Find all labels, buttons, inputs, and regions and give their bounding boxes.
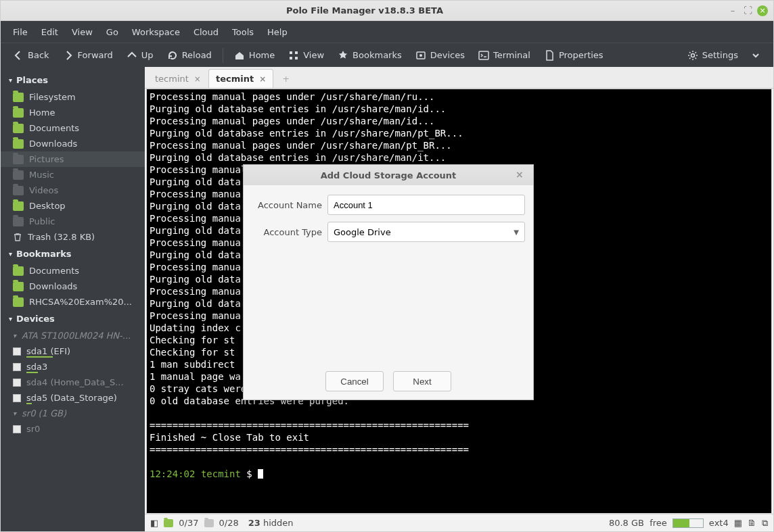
tabbar: tecmint× tecmint× + (145, 67, 773, 89)
svg-point-7 (691, 53, 694, 57)
device-partition[interactable]: sda3 (1, 359, 145, 374)
bookmarks-button[interactable]: Bookmarks (331, 43, 409, 67)
device-partition[interactable]: sda4 (Home_Data_S... (1, 374, 145, 390)
statusbar: ◧ 0/37 0/28 23 hidden 80.8 GB free ext4 … (145, 514, 773, 531)
folder-icon (13, 201, 24, 211)
tab-tecmint-1[interactable]: tecmint× (147, 69, 208, 88)
star-icon (338, 50, 348, 61)
sidebar-item-home[interactable]: Home (1, 105, 145, 120)
svg-rect-0 (290, 51, 292, 54)
svg-rect-3 (295, 57, 298, 59)
toolbar: Back Forward Up Reload Home View Bookmar… (1, 43, 773, 67)
back-button[interactable]: Back (6, 43, 56, 67)
checkbox-icon[interactable] (13, 363, 21, 371)
up-button[interactable]: Up (120, 43, 160, 67)
menu-tools[interactable]: Tools (225, 27, 260, 37)
status-fstype: ext4 (709, 518, 729, 528)
checkbox-icon[interactable] (13, 394, 21, 402)
grid-icon (288, 50, 299, 61)
sidebar-item-music[interactable]: Music (1, 167, 145, 183)
folder-icon (164, 519, 173, 527)
terminal-button[interactable]: Terminal (472, 43, 537, 67)
sidebar-item-videos[interactable]: Videos (1, 183, 145, 198)
devices-button[interactable]: Devices (409, 43, 472, 67)
document-icon[interactable]: 🗎 (748, 518, 756, 528)
account-name-input[interactable] (327, 195, 525, 215)
status-count-2: 0/28 (219, 518, 239, 528)
arrow-left-icon (13, 50, 24, 61)
next-button[interactable]: Next (393, 371, 451, 391)
sidebar-item-pictures[interactable]: Pictures (1, 151, 145, 167)
close-icon[interactable]: × (757, 5, 768, 16)
arrow-up-icon (127, 50, 137, 61)
account-name-label: Account Name (252, 200, 322, 210)
menu-workspace[interactable]: Workspace (125, 27, 187, 37)
folder-icon (13, 217, 24, 226)
reload-icon (167, 50, 178, 61)
minimize-icon[interactable]: – (727, 5, 738, 16)
places-header[interactable]: ▾Places (1, 71, 145, 89)
titlebar: Polo File Manager v18.8.3 BETA – ⛶ × (1, 1, 773, 21)
account-type-label: Account Type (252, 227, 322, 237)
folder-icon (13, 170, 24, 180)
menu-file[interactable]: File (6, 27, 35, 37)
checkbox-icon[interactable] (13, 347, 21, 356)
sidebar-item-trash[interactable]: Trash (32.8 KB) (1, 229, 145, 245)
maximize-icon[interactable]: ⛶ (742, 5, 753, 16)
reload-button[interactable]: Reload (160, 43, 219, 67)
folder-icon (13, 124, 24, 133)
device-header[interactable]: ▾ATA ST1000LM024 HN-... (1, 328, 145, 343)
properties-button[interactable]: Properties (537, 43, 610, 67)
forward-button[interactable]: Forward (56, 43, 120, 67)
chevron-down-icon: ▾ (13, 410, 16, 417)
devices-header[interactable]: ▾Devices (1, 310, 145, 328)
account-type-select[interactable]: Google Drive ▼ (327, 222, 525, 242)
cancel-button[interactable]: Cancel (325, 371, 384, 391)
device-partition[interactable]: sda5 (Data_Storage) (1, 390, 145, 406)
layout-toggle-icon[interactable]: ◧ (150, 518, 158, 528)
terminal-icon (478, 50, 489, 61)
menu-view[interactable]: View (65, 27, 99, 37)
view-button[interactable]: View (281, 43, 331, 67)
sidebar-bookmark[interactable]: Downloads (1, 279, 145, 294)
device-partition[interactable]: sda1 (EFI) (1, 343, 145, 359)
sidebar-item-desktop[interactable]: Desktop (1, 198, 145, 214)
menu-go[interactable]: Go (99, 27, 125, 37)
tab-tecmint-2[interactable]: tecmint× (208, 69, 273, 88)
device-header[interactable]: ▾sr0 (1 GB) (1, 406, 145, 421)
status-count-1: 0/37 (179, 518, 198, 528)
sidebar-bookmark[interactable]: RHCSA%20Exam%20... (1, 294, 145, 310)
home-icon (234, 50, 245, 61)
close-icon[interactable]: × (516, 169, 528, 181)
settings-button[interactable]: Settings (681, 43, 745, 67)
sidebar-item-downloads[interactable]: Downloads (1, 136, 145, 151)
close-icon[interactable]: × (259, 74, 266, 84)
checkbox-icon[interactable] (13, 425, 21, 433)
folder-icon (13, 139, 24, 149)
sidebar-item-filesystem[interactable]: Filesystem (1, 89, 145, 105)
home-button[interactable]: Home (227, 43, 281, 67)
close-icon[interactable]: × (194, 74, 201, 84)
toolbar-menu-button[interactable] (745, 43, 768, 67)
gear-icon (687, 50, 698, 61)
folder-icon (13, 266, 24, 276)
folder-icon (13, 108, 24, 118)
menu-edit[interactable]: Edit (35, 27, 65, 37)
external-icon[interactable]: ⧉ (762, 518, 768, 529)
folder-icon (13, 93, 24, 102)
folder-icon (13, 282, 24, 291)
bookmarks-header[interactable]: ▾Bookmarks (1, 245, 145, 263)
checkbox-icon[interactable] (13, 379, 21, 387)
menu-cloud[interactable]: Cloud (187, 27, 225, 37)
menu-help[interactable]: Help (260, 27, 294, 37)
folder-icon (204, 519, 214, 527)
chevron-down-icon: ▾ (13, 332, 16, 339)
sidebar-item-documents[interactable]: Documents (1, 120, 145, 136)
sidebar-item-public[interactable]: Public (1, 214, 145, 229)
window-title: Polo File Manager v18.8.3 BETA (6, 5, 723, 16)
tab-add-button[interactable]: + (273, 69, 298, 88)
device-partition[interactable]: sr0 (1, 421, 145, 437)
sidebar-bookmark[interactable]: Documents (1, 263, 145, 279)
chevron-down-icon (750, 50, 761, 61)
grid-icon[interactable]: ▦ (734, 518, 742, 528)
